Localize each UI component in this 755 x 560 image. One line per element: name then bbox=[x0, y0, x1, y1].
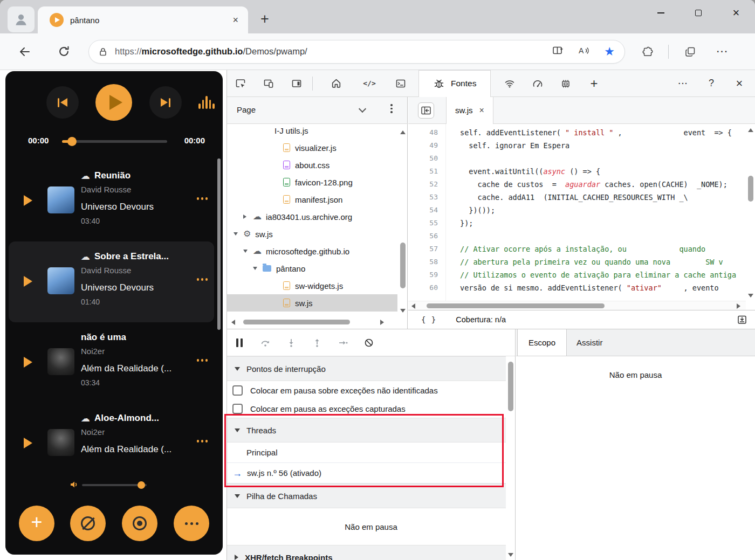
pause-caught-row[interactable]: Colocar em pausa as exceções capturadas bbox=[227, 399, 515, 418]
volume-slider[interactable] bbox=[82, 484, 147, 486]
thread-item-main[interactable]: Principal bbox=[227, 443, 515, 463]
refresh-button[interactable] bbox=[53, 41, 74, 63]
browser-tab[interactable]: pântano × bbox=[38, 6, 248, 33]
record-button[interactable] bbox=[122, 506, 157, 541]
tree-item[interactable]: ☁microsoftedge.github.io bbox=[227, 243, 397, 260]
performance-tab[interactable] bbox=[528, 74, 547, 93]
tree-item[interactable]: ⚙sw.js bbox=[227, 225, 397, 243]
deactivate-breakpoints-button[interactable] bbox=[363, 337, 375, 349]
editor-tab-close-icon[interactable]: × bbox=[479, 106, 484, 115]
tree-expand-arrow[interactable] bbox=[234, 232, 243, 236]
step-out-button[interactable] bbox=[311, 337, 323, 349]
focus-mode-button[interactable] bbox=[287, 74, 306, 93]
tab-watch[interactable]: Assistir bbox=[567, 329, 612, 356]
track-play-icon[interactable] bbox=[24, 438, 32, 448]
collections-button[interactable] bbox=[680, 41, 701, 63]
tree-item[interactable]: manifest.json bbox=[227, 191, 397, 208]
seek-thumb[interactable] bbox=[67, 137, 77, 146]
track-menu-button[interactable] bbox=[195, 278, 208, 281]
device-emulation-button[interactable] bbox=[259, 74, 278, 93]
new-tab-button[interactable]: + bbox=[257, 11, 273, 27]
breakpoints-section-header[interactable]: Pontos de interrupção bbox=[227, 356, 515, 381]
tree-item[interactable]: sw.js bbox=[227, 294, 397, 312]
navigator-hscrollbar[interactable] bbox=[227, 317, 398, 327]
close-devtools-button[interactable]: × bbox=[730, 74, 749, 93]
tab-close-icon[interactable]: × bbox=[232, 15, 238, 26]
tree-item[interactable]: about.css bbox=[227, 156, 397, 174]
minimize-button[interactable] bbox=[642, 0, 680, 26]
more-tools-button[interactable]: ··· bbox=[674, 74, 692, 93]
playlist-item[interactable]: ☁Aloe-Almond...Noi2erAlém da Realidade (… bbox=[9, 403, 214, 474]
read-aloud-button[interactable]: A bbox=[578, 45, 590, 59]
network-tab[interactable] bbox=[500, 74, 519, 93]
tree-item[interactable]: sw-widgets.js bbox=[227, 277, 397, 294]
playlist-item[interactable]: ☁Sobre a Estrela...David RousseUniverso … bbox=[9, 241, 214, 322]
favorites-star-icon[interactable]: ★ bbox=[604, 46, 615, 58]
step-over-button[interactable] bbox=[259, 337, 271, 349]
visualizer-icon[interactable] bbox=[198, 96, 216, 109]
hide-navigator-button[interactable] bbox=[418, 102, 434, 119]
close-window-button[interactable]: × bbox=[717, 0, 755, 26]
step-into-button[interactable] bbox=[285, 337, 297, 349]
play-button[interactable] bbox=[95, 84, 132, 121]
split-screen-button[interactable] bbox=[552, 45, 564, 59]
memory-tab[interactable] bbox=[557, 74, 575, 93]
track-menu-button[interactable] bbox=[195, 440, 208, 443]
track-play-icon[interactable] bbox=[24, 357, 32, 368]
tree-item[interactable]: pântano bbox=[227, 260, 397, 277]
browser-menu-button[interactable]: ··· bbox=[712, 41, 733, 63]
profile-avatar[interactable] bbox=[8, 6, 35, 32]
playlist-item[interactable]: não é umaNoi2erAlém da Realidade (...03:… bbox=[9, 322, 214, 403]
track-play-icon[interactable] bbox=[24, 276, 32, 287]
thread-item-sw[interactable]: → sw.js n.º 56 (ativado) bbox=[227, 463, 515, 483]
pause-caught-checkbox[interactable] bbox=[232, 404, 243, 414]
tab-scope[interactable]: Escopo bbox=[517, 329, 567, 356]
tree-expand-arrow[interactable] bbox=[243, 215, 253, 219]
track-menu-button[interactable] bbox=[195, 359, 208, 362]
previous-track-button[interactable] bbox=[46, 86, 79, 119]
extensions-button[interactable] bbox=[637, 41, 658, 63]
maximize-button[interactable] bbox=[680, 0, 717, 26]
chevron-down-icon[interactable] bbox=[359, 105, 366, 113]
next-track-button[interactable] bbox=[149, 86, 182, 119]
help-button[interactable]: ? bbox=[702, 74, 720, 93]
tree-expand-arrow[interactable] bbox=[243, 250, 253, 253]
console-tab[interactable] bbox=[392, 74, 410, 93]
address-bar[interactable]: https://microsoftedge.github.io/Demos/pw… bbox=[88, 40, 625, 64]
volume-thumb[interactable] bbox=[138, 481, 145, 489]
editor-vscrollbar[interactable] bbox=[746, 124, 755, 301]
debugger-vscrollbar[interactable] bbox=[506, 356, 515, 560]
tree-item[interactable]: favicon-128.png bbox=[227, 174, 397, 191]
back-button[interactable] bbox=[14, 41, 36, 63]
track-menu-button[interactable] bbox=[195, 197, 208, 200]
xhr-section-header[interactable]: XHR/fetch Breakpoints bbox=[227, 545, 515, 560]
add-panel-button[interactable]: + bbox=[585, 74, 603, 93]
playlist-item[interactable]: ☁ReuniãoDavid RousseUniverso Devours03:4… bbox=[9, 161, 214, 241]
editor-tab[interactable]: sw.js × bbox=[446, 97, 493, 124]
playlist-scrollbar[interactable] bbox=[217, 158, 221, 330]
step-button[interactable] bbox=[337, 337, 349, 349]
elements-tab[interactable]: </> bbox=[360, 74, 379, 93]
pause-button[interactable] bbox=[234, 337, 245, 349]
seek-slider[interactable] bbox=[62, 140, 167, 143]
player-more-button[interactable] bbox=[174, 506, 209, 541]
tree-item[interactable]: visualizer.js bbox=[227, 139, 397, 156]
tree-item[interactable]: ☁ia803401.us.archive.org bbox=[227, 208, 397, 225]
site-info-lock-icon[interactable] bbox=[98, 46, 108, 57]
welcome-tab[interactable] bbox=[327, 74, 345, 93]
tree-expand-arrow[interactable] bbox=[253, 267, 263, 270]
tree-item[interactable]: I-J utils.js bbox=[227, 124, 397, 139]
navigator-menu-icon[interactable] bbox=[389, 104, 394, 113]
add-songs-button[interactable]: + bbox=[19, 506, 54, 541]
editor-hscrollbar[interactable] bbox=[408, 301, 746, 310]
code-area[interactable]: 48495051525354555657585960 self. addEven… bbox=[408, 124, 746, 301]
format-button[interactable]: { } bbox=[421, 315, 436, 324]
page-tab[interactable]: Page bbox=[237, 105, 256, 114]
threads-section-header[interactable]: Threads bbox=[227, 418, 515, 443]
sources-tab[interactable]: Fontes bbox=[418, 70, 491, 97]
download-button[interactable] bbox=[737, 314, 747, 325]
pause-uncaught-row[interactable]: Colocar em pausa sobre exceções não iden… bbox=[227, 381, 515, 399]
navigator-vscrollbar[interactable] bbox=[398, 124, 407, 316]
clear-playlist-button[interactable] bbox=[70, 506, 106, 541]
callstack-section-header[interactable]: Pilha de Chamadas bbox=[227, 483, 515, 508]
